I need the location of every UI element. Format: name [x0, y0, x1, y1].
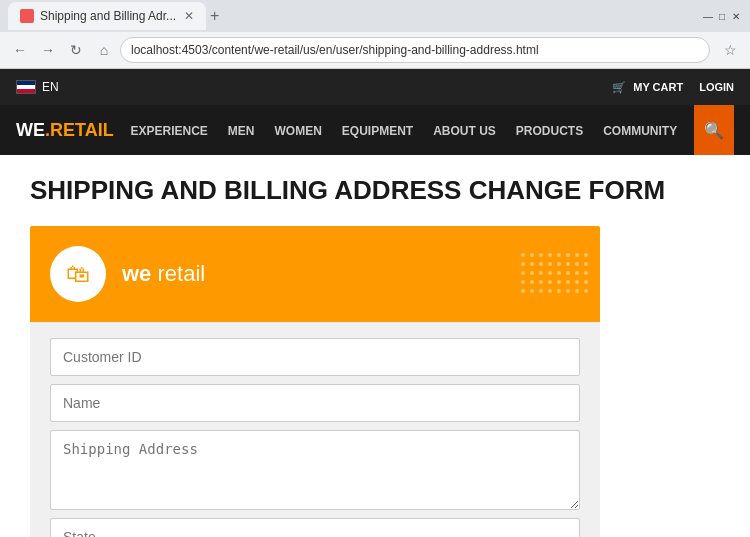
- page-title: SHIPPING AND BILLING ADDRESS CHANGE FORM: [30, 175, 720, 206]
- nav-item-women[interactable]: WOMEN: [275, 124, 322, 138]
- tab-favicon: [20, 9, 34, 23]
- address-bar[interactable]: localhost:4503/content/we-retail/us/en/u…: [120, 37, 710, 63]
- language-flag: [16, 80, 36, 94]
- form-header-retail: retail: [151, 261, 205, 286]
- nav-item-equipment[interactable]: EQUIPMENT: [342, 124, 413, 138]
- tab-close-icon[interactable]: ✕: [184, 9, 194, 23]
- main-navigation: WE . RETAIL EXPERIENCE MEN WOMEN EQUIPME…: [0, 105, 750, 155]
- state-input[interactable]: [50, 518, 580, 537]
- logo-we: WE: [16, 120, 45, 141]
- logo-retail: RETAIL: [50, 120, 114, 141]
- form-header: 🛍 we retail: [30, 226, 600, 322]
- address-text: localhost:4503/content/we-retail/us/en/u…: [131, 43, 539, 57]
- customer-id-input[interactable]: [50, 338, 580, 376]
- reload-button[interactable]: ↻: [64, 38, 88, 62]
- login-link[interactable]: LOGIN: [699, 81, 734, 93]
- site-logo[interactable]: WE . RETAIL: [16, 120, 114, 141]
- minimize-button[interactable]: —: [702, 10, 714, 22]
- form-header-text: we retail: [122, 261, 205, 287]
- browser-controls: ← → ↻ ⌂ localhost:4503/content/we-retail…: [0, 32, 750, 68]
- browser-window: Shipping and Billing Adr... ✕ + — □ ✕ ← …: [0, 0, 750, 69]
- browser-action-icons: ☆: [718, 38, 742, 62]
- back-button[interactable]: ←: [8, 38, 32, 62]
- page-content: SHIPPING AND BILLING ADDRESS CHANGE FORM…: [0, 155, 750, 537]
- nav-menu: EXPERIENCE MEN WOMEN EQUIPMENT ABOUT US …: [130, 121, 677, 139]
- bookmark-button[interactable]: ☆: [718, 38, 742, 62]
- nav-item-community[interactable]: COMMUNITY: [603, 124, 677, 138]
- site-top-bar: EN 🛒 MY CART LOGIN: [0, 69, 750, 105]
- search-icon: 🔍: [704, 121, 724, 140]
- search-button[interactable]: 🔍: [694, 105, 734, 155]
- nav-item-products[interactable]: PRODUCTS: [516, 124, 583, 138]
- cart-link[interactable]: 🛒 MY CART: [612, 81, 683, 94]
- form-header-dots: [521, 226, 590, 322]
- top-bar-right: 🛒 MY CART LOGIN: [612, 81, 734, 94]
- form-header-we: we: [122, 261, 151, 286]
- nav-item-about[interactable]: ABOUT US: [433, 124, 496, 138]
- window-controls: — □ ✕: [702, 10, 742, 22]
- shipping-address-input[interactable]: [50, 430, 580, 510]
- nav-item-experience[interactable]: EXPERIENCE: [130, 124, 207, 138]
- form-logo-circle: 🛍: [50, 246, 106, 302]
- new-tab-icon[interactable]: +: [210, 7, 219, 25]
- tab-title: Shipping and Billing Adr...: [40, 9, 176, 23]
- home-button[interactable]: ⌂: [92, 38, 116, 62]
- cart-icon: 🛒: [612, 81, 626, 93]
- forward-button[interactable]: →: [36, 38, 60, 62]
- language-label: EN: [42, 80, 59, 94]
- name-input[interactable]: [50, 384, 580, 422]
- form-body: [30, 322, 600, 537]
- nav-item-men[interactable]: MEN: [228, 124, 255, 138]
- browser-tab[interactable]: Shipping and Billing Adr... ✕: [8, 2, 206, 30]
- form-logo-icon: 🛍: [66, 260, 90, 288]
- decorative-dots: [521, 253, 590, 295]
- close-button[interactable]: ✕: [730, 10, 742, 22]
- top-bar-left: EN: [16, 80, 59, 94]
- browser-titlebar: Shipping and Billing Adr... ✕ + — □ ✕: [0, 0, 750, 32]
- maximize-button[interactable]: □: [716, 10, 728, 22]
- form-card: 🛍 we retail: [30, 226, 600, 537]
